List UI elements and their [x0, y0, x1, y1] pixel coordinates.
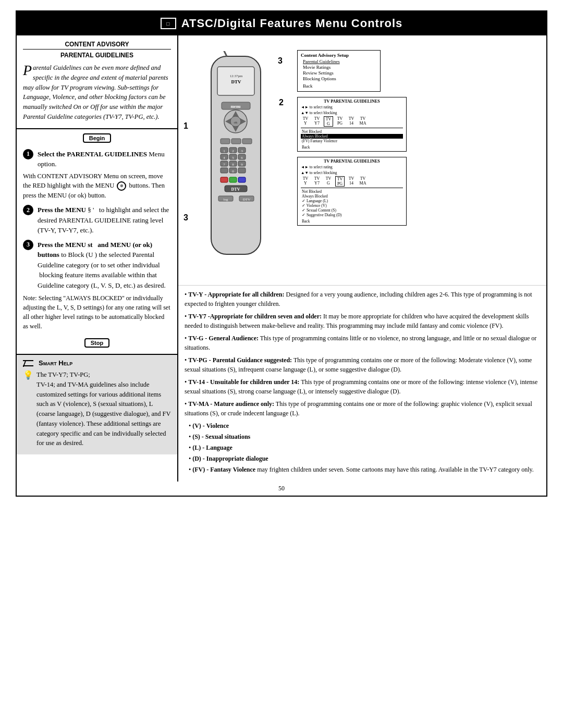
block-always-blocked-1: Always Blocked: [301, 134, 403, 139]
gs2-nav2: ▲▼ to select blocking: [301, 170, 403, 175]
step-2-number: 2: [23, 205, 33, 215]
smart-help-title: Smart Help: [23, 359, 171, 367]
svg-rect-35: [221, 168, 228, 173]
svg-rect-14: [221, 139, 230, 144]
svg-text:7: 7: [223, 163, 225, 167]
menu-item-back-1: Back: [301, 83, 377, 89]
rating-tv-pg: TVPG: [335, 116, 345, 127]
svg-line-4: [222, 51, 227, 56]
step-label-3-top: 3: [278, 56, 283, 66]
gs1-nav1: ◄► to select rating: [301, 105, 403, 109]
desc-tv-pg: • TV-PG - Parental Guidance suggested: T…: [185, 355, 540, 374]
svg-text:1: 1: [223, 149, 225, 153]
svg-text:3: 3: [241, 149, 243, 153]
tv-icon: □: [161, 18, 176, 29]
block-sexual: Sexual Content (S): [301, 208, 403, 213]
rating2-tv-pg: TVPG: [335, 176, 345, 187]
step-3-number: 3: [23, 240, 33, 250]
page-title: ATSC/Digital Features Menu Controls: [181, 17, 403, 30]
bullet-fv: • (FV) - Fantasy Violence may frighten c…: [189, 465, 540, 474]
step-1-text: Select the PARENTAL GUIDELINES Menu opti…: [38, 149, 171, 169]
bullet-list: • (V) - Violence • (S) - Sexual situatio…: [189, 421, 540, 474]
smart-help-label: Smart Help: [39, 359, 72, 367]
rating2-tv-y7: TVY7: [312, 176, 322, 187]
svg-text:menu: menu: [230, 104, 241, 109]
rating-tv-g: TVG: [324, 116, 333, 127]
right-column: 3 2 12:37pm DTV menu: [178, 35, 546, 482]
step-1-continuation: With CONTENT ADVISORY Menu on screen, mo…: [23, 171, 171, 201]
block-fv-1: (FV) Fantasy Violence: [301, 139, 403, 143]
steps-area: Begin 1 Select the PARENTAL GUIDELINES M…: [17, 129, 177, 355]
remote-area: 3 2 12:37pm DTV menu: [178, 35, 293, 285]
step-3-text: Press the MENU st and MENU (or ok) butto…: [38, 240, 171, 291]
block-not-blocked-1: Not Blocked: [301, 129, 403, 134]
svg-text:4: 4: [223, 156, 225, 160]
step-label-3-bottom: 3: [183, 213, 188, 223]
svg-rect-38: [238, 168, 246, 173]
bullet-d: • (D) - Inappropriate dialogue: [189, 454, 540, 463]
svg-text:12:37pm: 12:37pm: [229, 74, 242, 78]
left-column: Content Advisory Parental Guidelines P a…: [17, 35, 178, 482]
menu-item-movie: Movie Ratings: [301, 65, 377, 70]
svg-text:DTV: DTV: [231, 187, 240, 192]
rating-tv-y: TVY: [301, 116, 310, 127]
rating-tv-ma: TVMA: [358, 116, 368, 127]
rating2-tv-ma: TVMA: [358, 176, 368, 187]
rating-tv-y7: TVY7: [312, 116, 322, 127]
svg-text:6: 6: [241, 156, 243, 160]
block-violence: Violence (V): [301, 203, 403, 208]
step-3-note: Note: Selecting "ALWAYS BLOCKED" or indi…: [23, 293, 171, 331]
menu-directional-icon: ⊕: [117, 181, 126, 191]
block-suggestive: Suggestive Dialog (D): [301, 213, 403, 217]
gs1-nav2: ▲▼ to select blocking: [301, 110, 403, 115]
step-label-1-left: 1: [183, 121, 188, 131]
smart-help-section: Smart Help 💡 The TV-Y7; TV-PG; TV-14; an…: [17, 355, 177, 454]
advisory-body: arental Guidelines can be even more defi…: [23, 64, 168, 120]
svg-rect-15: [231, 139, 241, 144]
gs1-title: TV PARENTAL GUIDELINES: [301, 99, 403, 104]
bullet-l: • (L) - Language: [189, 443, 540, 452]
step-2: 2 Press the MENU § ' to highlight and se…: [23, 205, 171, 236]
rating-tv-14: TV14: [347, 116, 356, 127]
svg-rect-41: [238, 177, 246, 182]
step-3: 3 Press the MENU st and MENU (or ok) but…: [23, 240, 171, 331]
tv-parental-screen-1: TV PARENTAL GUIDELINES ◄► to select rati…: [297, 97, 407, 152]
desc-tv-ma: • TV-MA - Mature audience only: This typ…: [185, 399, 540, 418]
step-1: 1 Select the PARENTAL GUIDELINES Menu op…: [23, 149, 171, 201]
desc-tv-y: • TV-Y - Appropriate for all children: D…: [185, 290, 540, 309]
svg-text:ok: ok: [234, 120, 238, 125]
page-number: 50: [17, 482, 546, 496]
smart-help-body: The TV-Y7; TV-PG; TV-14; and TV-MA guide…: [36, 370, 171, 448]
desc-tv-14: • TV-14 - Unsuitable for children under …: [185, 377, 540, 396]
svg-rect-39: [221, 177, 228, 182]
bullet-s: • (S) - Sexual situations: [189, 432, 540, 441]
begin-badge: Begin: [83, 133, 112, 143]
svg-rect-16: [242, 139, 252, 144]
gs1-back: Back: [301, 145, 403, 150]
block-not-blocked-2: Not Blocked: [301, 189, 403, 194]
content-advisory-menu-screen: Content Advisory Setup Parental Guidelin…: [297, 50, 381, 92]
gs2-back: Back: [301, 219, 403, 224]
gs2-title: TV PARENTAL GUIDELINES: [301, 159, 403, 164]
drop-cap-p: P: [23, 63, 32, 78]
gs2-rating-row: TVY TVY7 TVG TVPG TV14 TVMA: [301, 176, 403, 188]
stop-badge: Stop: [84, 338, 109, 348]
menu-screens-area: Content Advisory Setup Parental Guidelin…: [293, 35, 546, 285]
bullet-v: • (V) - Violence: [189, 421, 540, 430]
content-advisory-section: Content Advisory Parental Guidelines P a…: [17, 35, 177, 129]
page-wrapper: □ ATSC/Digital Features Menu Controls Co…: [16, 10, 547, 497]
step-1-number: 1: [23, 149, 33, 159]
svg-text:log: log: [223, 198, 228, 202]
menu-screen-title: Content Advisory Setup: [301, 53, 377, 58]
menu-item-blocking: Blocking Options: [301, 76, 377, 82]
block-language: Language (L): [301, 199, 403, 203]
step-label-2: 2: [279, 98, 284, 107]
gs1-rating-row: TVY TVY7 TVG TVPG TV14 TVMA: [301, 116, 403, 128]
main-content: Content Advisory Parental Guidelines P a…: [17, 35, 546, 482]
desc-tv-y7: • TV-Y7 -Appropriate for children seven …: [185, 312, 540, 330]
title-bar: □ ATSC/Digital Features Menu Controls: [17, 11, 546, 35]
rating2-tv-g: TVG: [324, 176, 333, 187]
svg-text:DTV: DTV: [242, 198, 250, 202]
svg-text:0: 0: [232, 169, 234, 174]
advisory-text: P arental Guidelines can be even more de…: [23, 63, 171, 122]
